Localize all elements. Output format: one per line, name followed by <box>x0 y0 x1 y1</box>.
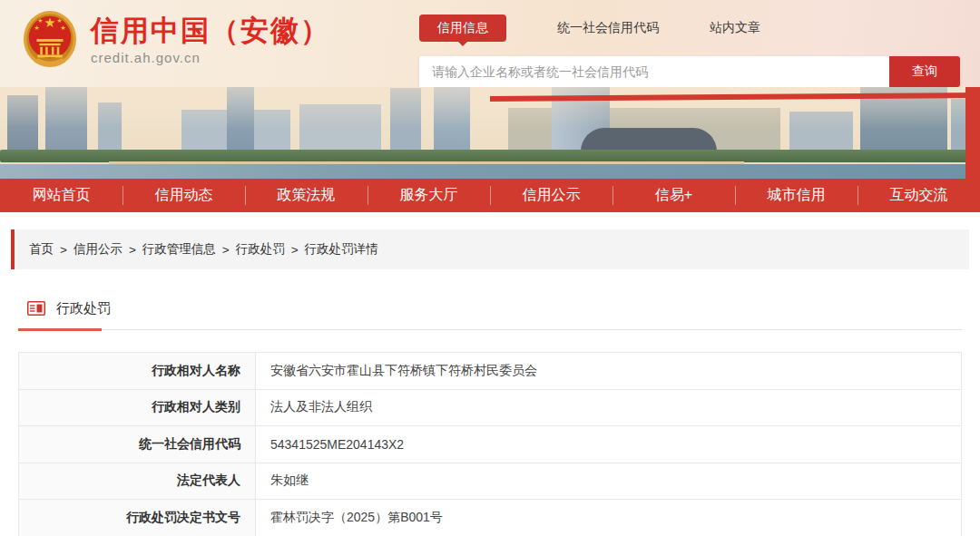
nav-item[interactable]: 互动交流 <box>858 179 980 212</box>
national-emblem-icon: ★ ★ ★ ★ ★ <box>22 9 78 71</box>
search-input[interactable] <box>419 56 889 87</box>
row-value: 54341525ME204143X2 <box>256 426 961 463</box>
breadcrumb-link[interactable]: 信用公示 <box>74 241 122 258</box>
svg-text:★: ★ <box>60 24 65 31</box>
site-domain: credit.ah.gov.cn <box>91 50 330 65</box>
breadcrumb-separator: > <box>222 243 230 257</box>
row-value: 安徽省六安市霍山县下符桥镇下符桥村民委员会 <box>256 353 961 389</box>
penalty-detail-table: 行政相对人名称 安徽省六安市霍山县下符桥镇下符桥村民委员会 行政相对人类别 法人… <box>18 352 962 536</box>
section-underline <box>18 329 962 330</box>
svg-text:★: ★ <box>57 17 63 24</box>
nav-item[interactable]: 城市信用 <box>735 179 858 212</box>
search-tab[interactable]: 信用信息 <box>419 15 506 42</box>
breadcrumb: 首页 > 信用公示 > 行政管理信息 > 行政处罚 > 行政处罚详情 > <box>11 229 969 269</box>
nav-item[interactable]: 服务大厅 <box>368 179 490 212</box>
row-label: 行政相对人名称 <box>19 353 256 389</box>
site-name: 信用中国（安徽） <box>91 15 330 47</box>
search-tab[interactable]: 站内文章 <box>710 15 760 42</box>
breadcrumb-link[interactable]: 行政管理信息 <box>142 241 216 258</box>
svg-text:★: ★ <box>34 24 39 31</box>
row-value: 法人及非法人组织 <box>256 390 961 426</box>
breadcrumb-separator: > <box>129 243 136 257</box>
nav-item[interactable]: 政策法规 <box>245 179 368 212</box>
breadcrumb-item: 信用公示 > <box>74 241 142 258</box>
table-row: 行政相对人类别 法人及非法人组织 <box>19 390 961 427</box>
city-skyline-banner <box>0 87 980 179</box>
nav-item[interactable]: 信用公示 <box>490 179 612 212</box>
search-tab[interactable]: 统一社会信用代码 <box>557 15 659 42</box>
table-row: 法定代表人 朱如继 <box>19 463 961 501</box>
table-row: 行政处罚决定书文号 霍林罚决字（2025）第B001号 <box>19 500 961 536</box>
section-title: 行政处罚 <box>56 300 111 317</box>
row-label: 统一社会信用代码 <box>19 426 256 463</box>
breadcrumb-item: 行政处罚详情 > <box>305 241 378 258</box>
breadcrumb-item: 首页 > <box>29 241 74 258</box>
breadcrumb-separator: > <box>291 243 299 257</box>
breadcrumb-link[interactable]: 首页 <box>29 241 54 258</box>
breadcrumb-separator: > <box>60 243 67 257</box>
row-value: 朱如继 <box>256 463 961 500</box>
main-nav: 网站首页 信用动态 政策法规 服务大厅 信用公示 信易+ 城市信用 互动交流 <box>0 179 980 212</box>
section-header: 行政处罚 <box>27 299 953 317</box>
search-button[interactable]: 查询 <box>889 56 960 87</box>
svg-text:★: ★ <box>37 17 43 24</box>
breadcrumb-item: 行政处罚 > <box>236 241 305 258</box>
nav-item[interactable]: 信易+ <box>612 179 735 212</box>
row-value: 霍林罚决字（2025）第B001号 <box>256 500 961 536</box>
svg-text:★: ★ <box>44 15 55 30</box>
breadcrumb-link[interactable]: 行政处罚详情 <box>305 241 378 258</box>
site-title-block: 信用中国（安徽） credit.ah.gov.cn <box>91 15 330 65</box>
breadcrumb-link[interactable]: 行政处罚 <box>236 241 285 258</box>
credit-china-anhui-page: ★ ★ ★ ★ ★ 信用中国（安徽） credit.ah.gov.cn <box>0 0 980 536</box>
search-tabs: 信用信息 统一社会信用代码 站内文章 <box>419 15 960 42</box>
row-label: 行政处罚决定书文号 <box>19 500 256 536</box>
nav-item[interactable]: 信用动态 <box>122 179 245 212</box>
table-row: 统一社会信用代码 54341525ME204143X2 <box>19 426 961 463</box>
breadcrumb-item: 行政管理信息 > <box>142 241 236 258</box>
site-header: ★ ★ ★ ★ ★ 信用中国（安徽） credit.ah.gov.cn <box>0 0 980 87</box>
nav-item[interactable]: 网站首页 <box>0 179 122 212</box>
site-logo[interactable]: ★ ★ ★ ★ ★ 信用中国（安徽） credit.ah.gov.cn <box>22 9 330 71</box>
news-list-icon <box>27 301 45 316</box>
banner-red-edge <box>965 87 980 179</box>
search-zone: 信用信息 统一社会信用代码 站内文章 查询 <box>419 15 960 87</box>
row-label: 行政相对人类别 <box>19 390 256 426</box>
search-bar: 查询 <box>419 56 960 87</box>
section-underline-accent <box>18 328 102 331</box>
row-label: 法定代表人 <box>19 463 256 500</box>
table-row: 行政相对人名称 安徽省六安市霍山县下符桥镇下符桥村民委员会 <box>19 353 961 390</box>
